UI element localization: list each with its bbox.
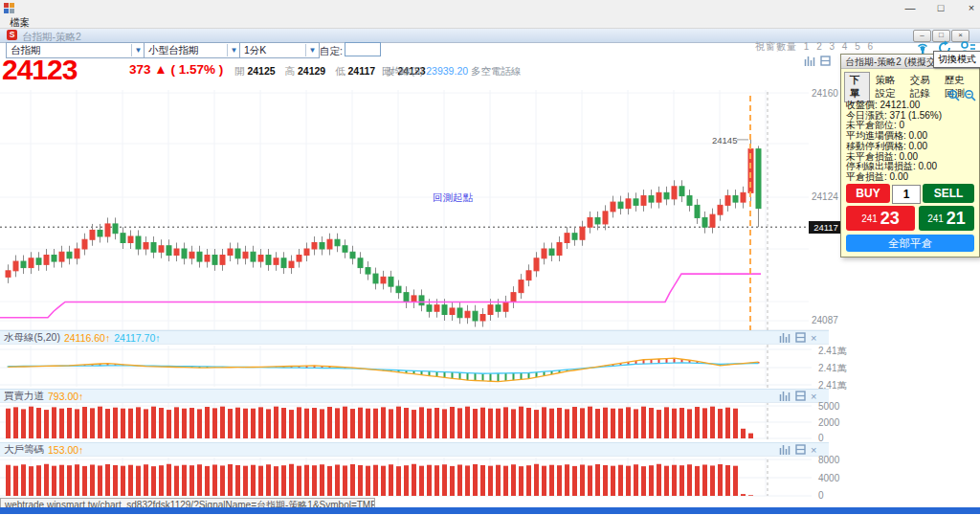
close-panel-icon[interactable]: × <box>811 333 816 343</box>
low-value: 24117 <box>348 65 376 77</box>
spike-price-annotation: 24145 <box>712 135 737 146</box>
window-count-5[interactable]: 5 <box>855 41 861 52</box>
window-maximize-button[interactable]: □ <box>928 2 953 14</box>
period-select-value: 1分K <box>244 44 266 57</box>
window-count-2[interactable]: 2 <box>816 41 823 52</box>
jellyfish-title: 水母線(5,20) <box>4 331 60 345</box>
jellyfish-panel-header: 水母線(5,20) 24116.60↑ 24117.70↑ <box>0 330 829 345</box>
panel-layout-icon[interactable] <box>795 332 806 343</box>
axis-label: 0 <box>818 490 824 501</box>
window-count-3[interactable]: 3 <box>829 41 835 52</box>
chevron-down-icon: ▼ <box>131 44 145 56</box>
backtest-start-label: 回測起點 <box>433 191 473 205</box>
tab-order[interactable]: 下單 <box>844 72 870 102</box>
info-trailing-stop: 移動停利價格: 0.00 <box>846 142 942 152</box>
close-panel-icon[interactable]: × <box>811 392 816 401</box>
window-count-6[interactable]: 6 <box>868 41 875 52</box>
window-count-label: 視窗數量 <box>755 41 797 52</box>
close-all-positions-button[interactable]: 全部平倉 <box>846 235 974 252</box>
sell-button[interactable]: SELL <box>923 184 974 203</box>
ma-label: 日均線(5) <box>381 65 423 77</box>
axis-label: 5000 <box>818 401 839 412</box>
switch-mode-button[interactable]: 切換模式 <box>933 51 980 68</box>
panel-layout-icon[interactable] <box>795 391 806 401</box>
open-value: 24125 <box>247 65 275 77</box>
panel-layout-icon[interactable] <box>795 444 806 455</box>
change-percent: ( 1.57% ) <box>170 62 223 77</box>
indicator-bars-icon[interactable] <box>804 56 815 66</box>
indicator-bars-icon[interactable] <box>779 391 791 401</box>
app-icon <box>4 3 14 13</box>
last-price: 24123 <box>2 54 77 86</box>
power-value: 793.00↑ <box>48 391 83 402</box>
power-panel-header: 買賣力道 793.00↑ <box>0 389 829 403</box>
jellyfish-fast-value: 24116.60↑ <box>64 332 110 344</box>
symbol-small-select-value: 小型台指期 <box>148 44 199 57</box>
bigplayer-title: 大戶籌碼 <box>4 443 44 457</box>
period-select[interactable]: 1分K ▼ <box>239 42 320 58</box>
chevron-down-icon: ▼ <box>305 44 319 56</box>
current-price-badge: 24117 <box>809 221 843 234</box>
axis-label: 4000 <box>818 473 839 483</box>
close-panel-icon[interactable]: × <box>811 445 816 455</box>
info-realized-pnl: 平倉損益: 0.00 <box>846 172 942 183</box>
axis-label: 2.41萬 <box>818 345 846 358</box>
zoom-out-icon[interactable] <box>964 89 976 101</box>
axis-label: 8000 <box>818 455 839 465</box>
quantity-input[interactable] <box>892 185 921 204</box>
panel-layout-icon[interactable] <box>820 56 831 66</box>
jellyfish-slow-value: 24117.70↑ <box>114 332 160 344</box>
position-info: 收盤價: 24121.00 今日漲跌: 371 (1.56%) 未平倉部位: 0… <box>846 101 942 183</box>
trade-panel: 台指期-策略2 (模擬交易) 切換模式 下單 策略設定 交易記錄 歷史回測 收盤… <box>840 54 980 258</box>
buy-price-button[interactable]: 241 23 <box>846 206 915 231</box>
custom-period-input[interactable] <box>345 42 381 56</box>
symbol-small-select[interactable]: 小型台指期 ▼ <box>144 42 241 58</box>
window-minimize-button[interactable]: — <box>898 2 923 14</box>
axis-label: 24124 <box>812 191 838 202</box>
window-count-1[interactable]: 1 <box>804 41 811 52</box>
sell-price-button[interactable]: 241 21 <box>919 206 974 231</box>
ma-value: 23939.20 <box>426 65 468 77</box>
indicator-bars-icon[interactable] <box>779 332 791 343</box>
zoom-in-icon[interactable] <box>947 89 960 101</box>
axis-label: 2.41萬 <box>818 362 846 375</box>
bigplayer-panel-header: 大戶籌碼 153.00↑ <box>0 442 829 457</box>
custom-period-label: 自定: <box>320 45 343 58</box>
ma-readout: 日均線(5) 23939.20 多空電話線 <box>381 65 521 78</box>
indicator-bars-icon[interactable] <box>779 444 791 455</box>
menu-item-file[interactable]: 檔案 <box>10 16 30 30</box>
axis-label: 2000 <box>818 417 839 428</box>
price-change: 373 ▲ ( 1.57% ) <box>129 62 223 77</box>
tab-trade-log[interactable]: 交易記錄 <box>910 74 938 101</box>
window-count-4[interactable]: 4 <box>842 41 849 52</box>
bigplayer-value: 153.00↑ <box>48 444 83 456</box>
ma-suffix: 多空電話線 <box>471 65 522 77</box>
mdi-logo: S <box>7 30 17 40</box>
chevron-down-icon: ▼ <box>227 44 240 56</box>
high-value: 24129 <box>298 65 325 77</box>
window-titlebar: — □ × <box>0 0 980 15</box>
tab-strategy-settings[interactable]: 策略設定 <box>876 74 903 101</box>
window-count-selector: 視窗數量 1 2 3 4 5 6 <box>752 40 874 54</box>
up-arrow-icon: ▲ <box>154 62 167 77</box>
axis-label: 24087 <box>812 315 838 325</box>
menu-bar <box>0 15 980 29</box>
window-close-button[interactable]: × <box>959 2 980 14</box>
axis-label: 24160 <box>812 88 838 99</box>
taskbar-edge <box>0 507 980 514</box>
change-value: 373 <box>129 62 151 77</box>
buy-button[interactable]: BUY <box>846 184 890 203</box>
power-title: 買賣力道 <box>4 390 44 403</box>
